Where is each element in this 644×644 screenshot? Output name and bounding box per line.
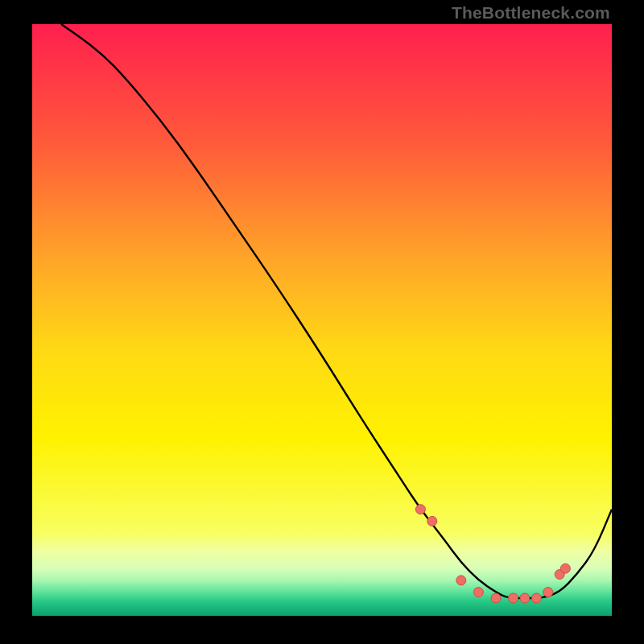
highlight-dot xyxy=(456,576,466,585)
highlight-dot xyxy=(509,593,518,603)
highlight-dot xyxy=(543,588,553,597)
plot-area xyxy=(32,24,612,616)
highlight-dot xyxy=(415,505,425,514)
highlight-dot xyxy=(531,593,541,603)
highlight-dot xyxy=(473,588,483,597)
bottleneck-curve xyxy=(32,24,612,616)
highlight-dot xyxy=(491,593,501,603)
watermark-text: TheBottleneck.com xyxy=(452,3,610,23)
highlight-dot xyxy=(520,593,530,603)
highlight-dot xyxy=(560,564,570,573)
chart-frame: TheBottleneck.com xyxy=(0,0,644,644)
highlight-dot xyxy=(427,516,437,526)
